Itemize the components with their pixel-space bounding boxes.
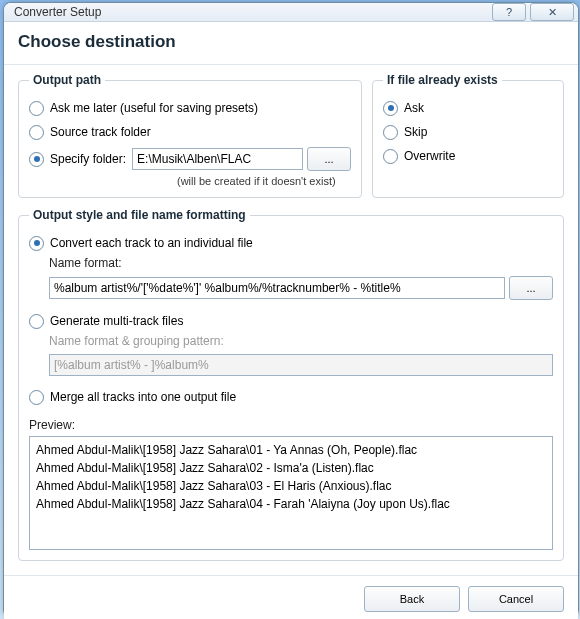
name-format-label: Name format: (49, 256, 553, 270)
radio-ask-later[interactable] (29, 101, 44, 116)
multi-format-label: Name format & grouping pattern: (49, 334, 553, 348)
file-exists-legend: If file already exists (383, 73, 502, 87)
multi-format-input: [%album artist% - ]%album% (49, 354, 553, 376)
preview-line: Ahmed Abdul-Malik\[1958] Jazz Sahara\01 … (36, 441, 546, 459)
radio-merge-label[interactable]: Merge all tracks into one output file (50, 390, 236, 404)
help-icon: ? (506, 6, 512, 18)
radio-exists-ask[interactable] (383, 101, 398, 116)
output-path-group: Output path Ask me later (useful for sav… (18, 73, 362, 198)
preview-line: Ahmed Abdul-Malik\[1958] Jazz Sahara\04 … (36, 495, 546, 513)
radio-individual-label[interactable]: Convert each track to an individual file (50, 236, 253, 250)
folder-input[interactable]: E:\Musik\Alben\FLAC (132, 148, 303, 170)
cancel-button[interactable]: Cancel (468, 586, 564, 612)
radio-exists-ask-label[interactable]: Ask (404, 101, 424, 115)
file-exists-group: If file already exists Ask Skip Overwrit… (372, 73, 564, 198)
output-style-legend: Output style and file name formatting (29, 208, 250, 222)
radio-merge[interactable] (29, 390, 44, 405)
help-button[interactable]: ? (492, 3, 526, 21)
preview-line: Ahmed Abdul-Malik\[1958] Jazz Sahara\02 … (36, 459, 546, 477)
folder-hint: (will be created if it doesn't exist) (177, 175, 351, 187)
radio-specify-folder-label[interactable]: Specify folder: (50, 152, 126, 166)
radio-exists-skip-label[interactable]: Skip (404, 125, 427, 139)
page-title: Choose destination (4, 22, 578, 65)
radio-source-folder[interactable] (29, 125, 44, 140)
titlebar: Converter Setup ? ✕ (4, 3, 578, 22)
close-button[interactable]: ✕ (530, 3, 574, 21)
radio-multi-label[interactable]: Generate multi-track files (50, 314, 183, 328)
radio-ask-later-label[interactable]: Ask me later (useful for saving presets) (50, 101, 258, 115)
radio-exists-overwrite[interactable] (383, 149, 398, 164)
name-format-input[interactable]: %album artist%/'['%date%']' %album%/%tra… (49, 277, 505, 299)
browse-folder-button[interactable]: ... (307, 147, 351, 171)
output-path-legend: Output path (29, 73, 105, 87)
footer: Back Cancel (4, 575, 578, 619)
radio-multi[interactable] (29, 314, 44, 329)
preview-box: Ahmed Abdul-Malik\[1958] Jazz Sahara\01 … (29, 436, 553, 550)
name-format-browse-button[interactable]: ... (509, 276, 553, 300)
radio-exists-overwrite-label[interactable]: Overwrite (404, 149, 455, 163)
preview-label: Preview: (29, 418, 553, 432)
radio-exists-skip[interactable] (383, 125, 398, 140)
radio-source-folder-label[interactable]: Source track folder (50, 125, 151, 139)
preview-line: Ahmed Abdul-Malik\[1958] Jazz Sahara\03 … (36, 477, 546, 495)
dialog-window: Converter Setup ? ✕ Choose destination O… (3, 2, 579, 618)
radio-specify-folder[interactable] (29, 152, 44, 167)
output-style-group: Output style and file name formatting Co… (18, 208, 564, 561)
window-title: Converter Setup (14, 5, 488, 19)
back-button[interactable]: Back (364, 586, 460, 612)
close-icon: ✕ (548, 6, 557, 19)
radio-individual[interactable] (29, 236, 44, 251)
